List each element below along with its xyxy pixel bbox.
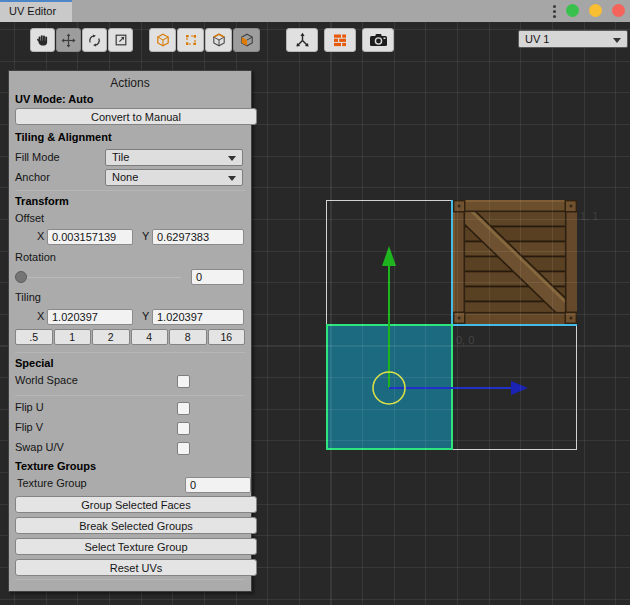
divider [15,352,245,353]
window-menu-icon[interactable] [553,5,556,8]
scale-tool-icon [114,33,128,47]
tiling-x-field[interactable]: 1.020397 [47,309,133,325]
swap-uv-row: Swap U/V [15,441,245,457]
rotate-tool-button[interactable] [82,28,107,52]
move-tool-button[interactable] [56,28,81,52]
navigation-toolbar [30,28,133,52]
divider [15,190,245,191]
fill-mode-value: Tile [112,151,129,163]
chevron-down-icon [613,38,621,43]
render-uv-template-button[interactable] [324,28,356,52]
texture-group-field[interactable]: 0 [185,477,251,493]
axis-x-arrow-icon [511,381,528,395]
window-yellow-light-icon[interactable] [589,4,602,17]
object-mode-button[interactable] [149,28,176,52]
anchor-dropdown[interactable]: None [105,169,243,186]
convert-to-manual-button[interactable]: Convert to Manual [15,108,257,125]
pan-hand-icon [36,33,50,47]
edge-mode-icon [212,33,226,47]
fill-mode-label: Fill Mode [15,151,60,163]
preset-half-button[interactable]: .5 [15,329,53,345]
render-template-group [324,28,356,52]
flip-u-checkbox[interactable] [177,402,190,415]
offset-label: Offset [15,212,245,224]
rotate-tool-icon [87,33,102,48]
chevron-down-icon [228,156,236,161]
texture-group-label: Texture Group [15,477,87,489]
flip-v-checkbox[interactable] [177,422,190,435]
divider [15,395,245,396]
vertex-mode-button[interactable] [177,28,204,52]
flip-v-row: Flip V [15,421,245,437]
offset-row: X 0.003157139 Y 0.6297383 [15,229,245,246]
flip-u-row: Flip U [15,401,245,417]
texture-groups-header: Texture Groups [15,460,245,472]
uv-mode-label: UV Mode: Auto [15,93,245,105]
preset-16-button[interactable]: 16 [208,329,246,345]
object-mode-icon [156,33,170,47]
fill-mode-row: Fill Mode Tile [15,151,245,169]
x-label: X [37,310,44,322]
anchor-value: None [112,171,138,183]
project-uv-button[interactable] [286,28,318,52]
window-red-light-icon[interactable] [612,4,625,17]
tiling-row: X 1.020397 Y 1.020397 [15,309,245,326]
select-texture-group-button[interactable]: Select Texture Group [15,538,257,555]
preset-4-button[interactable]: 4 [131,329,169,345]
break-selected-groups-button[interactable]: Break Selected Groups [15,517,257,534]
flip-v-label: Flip V [15,421,43,433]
move-tool-icon [61,33,76,48]
tiling-presets: .5 1 2 4 8 16 [15,329,245,345]
panel-title: Actions [15,76,245,90]
swap-uv-label: Swap U/V [15,441,64,453]
rotation-field[interactable]: 0 [191,269,244,285]
tiling-label: Tiling [15,291,245,303]
preset-8-button[interactable]: 8 [169,329,207,345]
uv-set-dropdown[interactable]: UV 1 [518,30,628,48]
fill-mode-dropdown[interactable]: Tile [105,149,243,166]
tiling-y-field[interactable]: 1.020397 [152,309,244,325]
uv-one-one-label: 1, 1 [580,210,598,222]
project-uv-icon [294,32,311,49]
element-mode-toolbar [149,28,260,52]
scale-tool-button[interactable] [108,28,133,52]
world-space-checkbox[interactable] [177,375,190,388]
preset-1-button[interactable]: 1 [54,329,92,345]
camera-icon [369,33,388,47]
anchor-row: Anchor None [15,171,245,189]
tab-uv-editor[interactable]: UV Editor [0,0,72,22]
actions-panel: Actions UV Mode: Auto Convert to Manual … [8,70,252,592]
swap-uv-checkbox[interactable] [177,442,190,455]
chevron-down-icon [228,176,236,181]
rotation-slider-track[interactable] [17,277,181,278]
face-mode-icon [240,33,254,47]
y-label: Y [142,310,149,322]
render-uv-template-icon [332,32,348,48]
vertex-mode-icon [184,33,198,47]
rotation-row: 0 [15,269,245,285]
x-label: X [37,230,44,242]
save-uv-image-button[interactable] [362,28,394,52]
divider [15,579,245,580]
world-space-row: World Space [15,374,245,390]
face-mode-button[interactable] [233,28,260,52]
flip-u-label: Flip U [15,401,44,413]
special-header: Special [15,357,245,369]
window-green-light-icon[interactable] [566,4,579,17]
edge-mode-button[interactable] [205,28,232,52]
preset-2-button[interactable]: 2 [92,329,130,345]
group-selected-faces-button[interactable]: Group Selected Faces [15,496,257,513]
project-uv-group [286,28,318,52]
anchor-label: Anchor [15,171,50,183]
reset-uvs-button[interactable]: Reset UVs [15,559,257,576]
camera-group [362,28,394,52]
pan-tool-button[interactable] [30,28,55,52]
offset-y-field[interactable]: 0.6297383 [152,229,244,245]
tiling-alignment-header: Tiling & Alignment [15,131,245,143]
transform-header: Transform [15,195,245,207]
title-bar: UV Editor [0,0,630,22]
offset-x-field[interactable]: 0.003157139 [47,229,133,245]
uv-set-value: UV 1 [525,33,549,45]
rotation-slider-knob[interactable] [15,271,27,283]
transform-handle[interactable] [320,240,532,406]
